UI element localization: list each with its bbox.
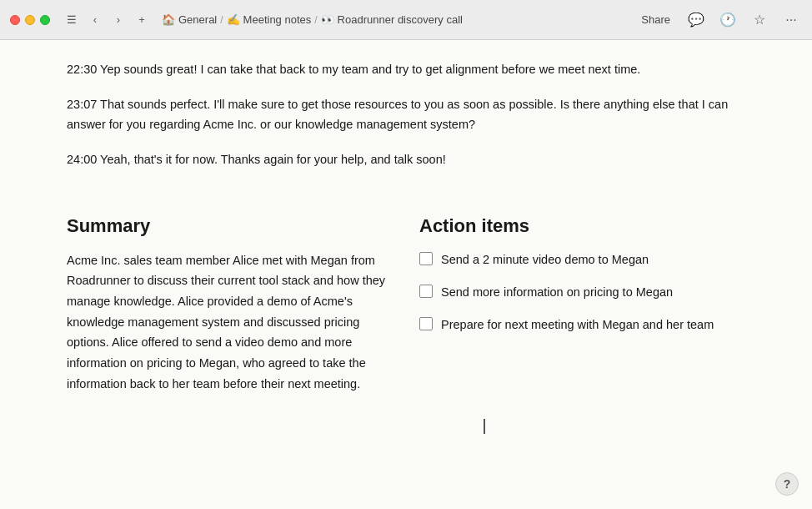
action-items-title: Action items (419, 215, 745, 237)
add-button[interactable]: + (132, 10, 152, 30)
checkbox-1[interactable] (419, 252, 433, 265)
share-button[interactable]: Share (636, 12, 675, 28)
summary-actions-grid: Summary Acme Inc. sales team member Alic… (67, 215, 745, 394)
history-icon[interactable]: 🕐 (717, 9, 739, 31)
more-icon[interactable]: ··· (780, 9, 802, 31)
help-button[interactable]: ? (775, 472, 799, 496)
divider (67, 185, 745, 209)
summary-title: Summary (67, 215, 393, 237)
forward-button[interactable]: › (108, 10, 128, 30)
transcript-text-2: 23:07 That sounds perfect. I'll make sur… (67, 95, 745, 135)
transcript-line-1: 22:30 Yep sounds great! I can take that … (67, 60, 745, 80)
action-item-3: Prepare for next meeting with Megan and … (419, 315, 745, 335)
eyes-icon: 👀 (321, 13, 334, 26)
breadcrumb-roadrunner-label: Roadrunner discovery call (338, 13, 463, 26)
home-icon: 🏠 (162, 13, 175, 26)
chat-icon[interactable]: 💬 (685, 9, 707, 31)
maximize-button[interactable] (40, 15, 50, 25)
breadcrumb-home[interactable]: 🏠 General (162, 13, 217, 26)
back-button[interactable]: ‹ (85, 10, 105, 30)
breadcrumb-meeting-notes-label: Meeting notes (243, 13, 312, 26)
transcript-line-2: 23:07 That sounds perfect. I'll make sur… (67, 95, 745, 135)
breadcrumb: 🏠 General / ✍️ Meeting notes / 👀 Roadrun… (162, 13, 629, 26)
transcript-text-1: 22:30 Yep sounds great! I can take that … (67, 60, 745, 80)
titlebar: ☰ ‹ › + 🏠 General / ✍️ Meeting notes / 👀… (0, 0, 812, 40)
hamburger-icon[interactable]: ☰ (62, 10, 82, 30)
action-item-text-2: Send more information on pricing to Mega… (441, 283, 673, 302)
main-content: 22:30 Yep sounds great! I can take that … (0, 40, 812, 509)
action-item-1: Send a 2 minute video demo to Megan (419, 250, 745, 270)
titlebar-right: Share 💬 🕐 ☆ ··· (636, 9, 802, 31)
summary-text: Acme Inc. sales team member Alice met wi… (67, 250, 393, 394)
action-item-2: Send more information on pricing to Mega… (419, 283, 745, 302)
summary-section: Summary Acme Inc. sales team member Alic… (67, 215, 393, 394)
transcript-line-3: 24:00 Yeah, that's it for now. Thanks ag… (67, 150, 745, 170)
breadcrumb-sep-2: / (314, 14, 317, 26)
transcript-text-3: 24:00 Yeah, that's it for now. Thanks ag… (67, 150, 745, 170)
breadcrumb-general-label: General (178, 13, 217, 26)
action-items-list: Send a 2 minute video demo to Megan Send… (419, 250, 745, 335)
action-item-text-3: Prepare for next meeting with Megan and … (441, 315, 714, 335)
star-icon[interactable]: ☆ (749, 9, 770, 31)
action-item-text-1: Send a 2 minute video demo to Megan (441, 250, 649, 270)
pencil-icon: ✍️ (227, 13, 240, 26)
nav-controls: ☰ ‹ › + (62, 10, 152, 30)
action-items-section: Action items Send a 2 minute video demo … (419, 215, 745, 394)
checkbox-3[interactable] (419, 317, 433, 330)
breadcrumb-roadrunner[interactable]: 👀 Roadrunner discovery call (321, 13, 463, 26)
minimize-button[interactable] (25, 15, 35, 25)
breadcrumb-meeting-notes[interactable]: ✍️ Meeting notes (227, 13, 312, 26)
close-button[interactable] (10, 15, 20, 25)
traffic-lights (10, 15, 50, 25)
breadcrumb-sep-1: / (220, 14, 223, 26)
text-cursor (484, 419, 485, 434)
checkbox-2[interactable] (419, 285, 433, 298)
